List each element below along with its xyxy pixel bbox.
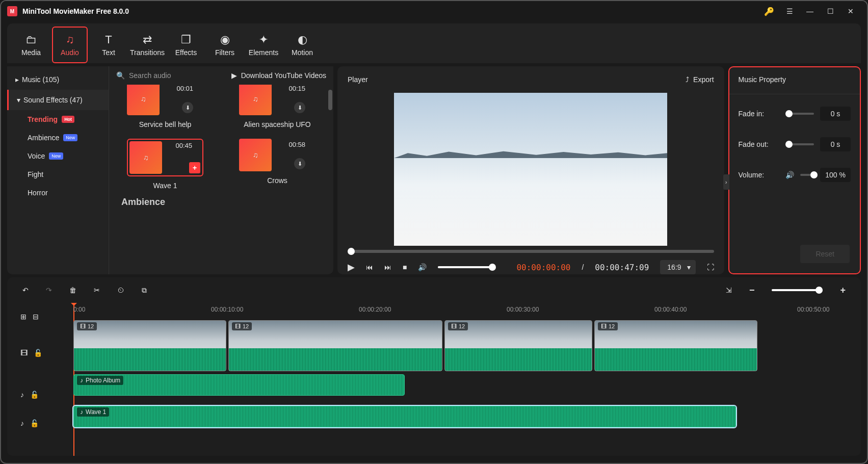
folder-icon: 🗀: [25, 33, 37, 46]
lock-icon[interactable]: 🔓: [30, 419, 39, 427]
split-button[interactable]: ✂: [94, 286, 100, 294]
audio-name: Wave 1: [153, 182, 177, 190]
audio-tile-alien-ufo[interactable]: ♫ 00:15 ⬇: [239, 85, 315, 115]
speaker-icon[interactable]: 🔊: [785, 171, 794, 179]
sidebar-sub-ambience[interactable]: AmbienceNew: [7, 128, 109, 147]
scrollbar-thumb[interactable]: [328, 90, 332, 110]
music-note-icon: ♫: [239, 139, 272, 171]
tab-media[interactable]: 🗀Media: [13, 27, 49, 63]
audio-tile-wave-1[interactable]: ♫ 00:45 +: [127, 139, 203, 176]
audio-clip-photo-album[interactable]: ♪Photo Album: [73, 374, 405, 396]
fade-out-value[interactable]: 0 s: [820, 137, 851, 151]
sidebar-item-sound-effects[interactable]: ▾Sound Effects (47): [7, 90, 109, 110]
fit-timeline-icon[interactable]: ⇲: [726, 286, 732, 294]
chevron-right-icon: ▸: [15, 75, 19, 84]
zoom-in-button[interactable]: +: [840, 285, 846, 296]
scrub-handle[interactable]: [348, 248, 355, 255]
reset-button[interactable]: Reset: [800, 245, 850, 263]
sidebar-sub-trending[interactable]: TrendingHot: [7, 110, 109, 128]
video-clip[interactable]: 🎞12: [73, 320, 226, 371]
lock-icon[interactable]: 🔓: [34, 349, 42, 357]
volume-slider[interactable]: [438, 266, 494, 268]
ruler-tick: 00:00:40:00: [654, 306, 687, 313]
fade-in-slider[interactable]: [785, 113, 814, 115]
speed-button[interactable]: ⏲: [117, 286, 124, 294]
stop-button[interactable]: ■: [403, 263, 407, 271]
tab-effects[interactable]: ❐Effects: [168, 27, 204, 63]
tab-transitions[interactable]: ⇄Transitions: [129, 27, 165, 63]
download-icon[interactable]: ⬇: [182, 102, 193, 113]
tab-audio[interactable]: ♫Audio: [52, 27, 88, 63]
license-key-icon[interactable]: 🔑: [759, 1, 779, 21]
audio-track-2[interactable]: ♪Wave 1: [68, 406, 861, 434]
audio-clip-wave-1[interactable]: ♪Wave 1: [73, 406, 736, 427]
delete-button[interactable]: 🗑: [69, 286, 76, 294]
video-track-icon: 🎞: [20, 349, 28, 357]
redo-button[interactable]: ↷: [46, 286, 52, 294]
fade-in-value[interactable]: 0 s: [820, 107, 851, 121]
volume-icon[interactable]: 🔊: [418, 263, 427, 271]
audio-duration: 00:01: [176, 85, 193, 92]
timecode-current: 00:00:00:00: [516, 263, 570, 272]
search-audio-input[interactable]: 🔍Search audio: [116, 71, 221, 80]
fade-out-slider[interactable]: [785, 143, 814, 145]
video-clip[interactable]: 🎞12: [444, 320, 592, 371]
audio-sidebar: ▸Music (105) ▾Sound Effects (47) Trendin…: [7, 66, 109, 274]
video-track[interactable]: 🎞12 🎞12 🎞12 🎞12: [68, 320, 861, 371]
volume-value[interactable]: 100 %: [820, 168, 851, 182]
download-youtube-button[interactable]: ▶Download YouTube Videos: [231, 71, 326, 80]
ruler-tick: 00:00:50:00: [797, 306, 829, 313]
time-ruler[interactable]: 0:00 00:00:10:00 00:00:20:00 00:00:30:00…: [68, 303, 861, 320]
tab-text[interactable]: TText: [91, 27, 126, 63]
audio-tile-crows[interactable]: ♫ 00:58 ⬇: [239, 139, 315, 171]
youtube-icon: ▶: [231, 71, 237, 80]
aspect-ratio-select[interactable]: 16:9: [660, 260, 695, 274]
lock-icon[interactable]: 🔓: [30, 391, 39, 399]
close-button[interactable]: ✕: [840, 1, 861, 21]
ribbon-tabs: 🗀Media ♫Audio TText ⇄Transitions ❐Effect…: [7, 23, 861, 63]
fullscreen-icon[interactable]: ⛶: [707, 263, 714, 271]
audio-duration: 00:45: [175, 142, 192, 149]
zoom-out-button[interactable]: −: [749, 285, 755, 296]
undo-button[interactable]: ↶: [22, 286, 29, 294]
sidebar-sub-voice[interactable]: VoiceNew: [7, 147, 109, 165]
audio-duration: 00:58: [288, 141, 305, 148]
maximize-button[interactable]: ☐: [820, 1, 840, 21]
tab-elements[interactable]: ✦Elements: [246, 27, 281, 63]
sidebar-sub-fight[interactable]: Fight: [7, 165, 109, 184]
download-icon[interactable]: ⬇: [294, 158, 305, 169]
add-to-timeline-icon[interactable]: +: [189, 162, 200, 173]
sidebar-sub-horror[interactable]: Horror: [7, 184, 109, 202]
sparkle-icon: ✦: [259, 33, 268, 46]
prev-frame-button[interactable]: ⏮: [366, 263, 373, 271]
film-icon: 🎞: [451, 323, 457, 329]
music-note-icon: ♫: [129, 141, 162, 174]
zoom-slider[interactable]: [772, 289, 823, 291]
minimize-button[interactable]: —: [800, 1, 820, 21]
sidebar-item-music[interactable]: ▸Music (105): [7, 69, 109, 90]
add-track-icon[interactable]: ⊞: [20, 313, 27, 321]
hamburger-menu-icon[interactable]: ☰: [779, 1, 800, 21]
next-frame-button[interactable]: ⏭: [384, 263, 391, 271]
export-button[interactable]: ⤴Export: [686, 75, 714, 84]
audio-tile-service-bell[interactable]: ♫ 00:01 ⬇: [127, 85, 203, 115]
collapse-panel-icon[interactable]: ›: [723, 174, 729, 190]
preview-viewport[interactable]: [394, 93, 667, 246]
music-icon: ♫: [66, 33, 74, 46]
download-icon[interactable]: ⬇: [294, 102, 305, 113]
swap-icon: ⇄: [143, 33, 152, 46]
export-icon: ⤴: [686, 75, 689, 84]
play-button[interactable]: ▶: [348, 262, 355, 273]
clip-volume-slider[interactable]: [800, 174, 814, 176]
remove-track-icon[interactable]: ⊟: [33, 313, 39, 321]
video-clip[interactable]: 🎞12: [594, 320, 757, 371]
video-track-header: 🎞 🔓: [7, 325, 68, 380]
crop-button[interactable]: ⧉: [142, 286, 147, 295]
tab-filters[interactable]: ◉Filters: [207, 27, 243, 63]
audio-track-1[interactable]: ♪Photo Album: [68, 374, 861, 403]
ruler-tick: 0:00: [73, 306, 85, 313]
player-title: Player: [348, 75, 368, 84]
tab-motion[interactable]: ◐Motion: [284, 27, 320, 63]
video-clip[interactable]: 🎞12: [228, 320, 442, 371]
scrub-bar[interactable]: [348, 250, 714, 253]
